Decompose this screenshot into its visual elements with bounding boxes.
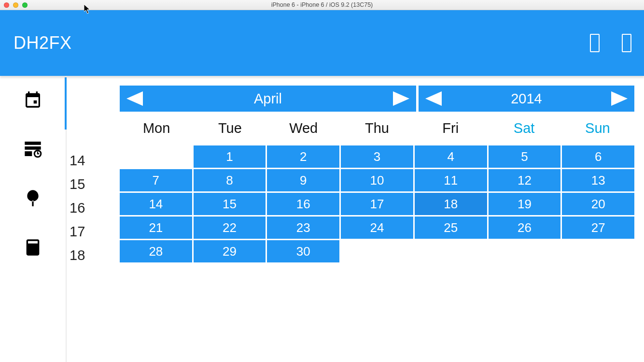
day-cell[interactable]: 26 bbox=[489, 217, 561, 239]
app-title: DH2FX bbox=[14, 33, 72, 53]
dow-header: Wed bbox=[267, 120, 340, 140]
day-cell[interactable]: 11 bbox=[415, 169, 487, 191]
sidebar-item-tree[interactable] bbox=[22, 187, 44, 209]
day-cell[interactable]: 13 bbox=[562, 169, 634, 191]
close-icon[interactable] bbox=[4, 2, 9, 8]
dow-header: Thu bbox=[340, 120, 414, 140]
day-cell[interactable]: 14 bbox=[120, 193, 192, 215]
window-title: iPhone 6 - iPhone 6 / iOS 9.2 (13C75) bbox=[0, 1, 644, 8]
dow-header: Tue bbox=[193, 120, 266, 140]
week-number: 17 bbox=[67, 220, 120, 243]
minimize-icon[interactable] bbox=[13, 2, 18, 8]
week-number: 16 bbox=[67, 197, 120, 219]
dow-header: Sat bbox=[487, 120, 560, 140]
day-empty bbox=[120, 145, 192, 168]
next-year-button[interactable] bbox=[611, 91, 628, 106]
day-cell[interactable]: 23 bbox=[267, 217, 339, 239]
day-cell[interactable]: 17 bbox=[341, 193, 413, 215]
dow-header: Mon bbox=[120, 120, 193, 140]
day-cell[interactable]: 30 bbox=[267, 240, 339, 262]
picker-row: April 2014 bbox=[120, 86, 634, 112]
day-empty bbox=[415, 240, 487, 262]
sidebar-item-calendar[interactable] bbox=[22, 88, 44, 111]
day-cell[interactable]: 5 bbox=[489, 145, 561, 168]
day-cell[interactable]: 3 bbox=[341, 145, 413, 168]
traffic-lights bbox=[0, 2, 28, 8]
calendar-main: April 2014 MonTueWedThuFriSatSun 1234567… bbox=[120, 86, 634, 362]
tree-icon bbox=[23, 188, 42, 208]
day-cell[interactable]: 25 bbox=[415, 217, 487, 239]
week-number: 18 bbox=[67, 244, 120, 266]
day-empty bbox=[341, 240, 413, 262]
week-number: 14 bbox=[67, 149, 120, 172]
day-cell[interactable]: 24 bbox=[341, 217, 413, 239]
header-action-1-icon[interactable] bbox=[590, 34, 600, 52]
day-empty bbox=[489, 240, 561, 262]
year-picker: 2014 bbox=[419, 86, 634, 112]
day-cell[interactable]: 20 bbox=[562, 193, 634, 215]
day-cell[interactable]: 16 bbox=[267, 193, 339, 215]
week-number: 15 bbox=[67, 173, 120, 195]
calculator-icon bbox=[23, 238, 42, 257]
day-cell[interactable]: 19 bbox=[489, 193, 561, 215]
month-label: April bbox=[143, 91, 393, 107]
svg-rect-3 bbox=[37, 153, 39, 154]
prev-year-button[interactable] bbox=[425, 91, 442, 106]
day-cell[interactable]: 4 bbox=[415, 145, 487, 168]
day-cell[interactable]: 10 bbox=[341, 169, 413, 191]
day-cell[interactable]: 15 bbox=[194, 193, 266, 215]
mac-titlebar: iPhone 6 - iPhone 6 / iOS 9.2 (13C75) bbox=[0, 0, 644, 10]
month-picker: April bbox=[120, 86, 416, 112]
day-cell[interactable]: 22 bbox=[194, 217, 266, 239]
calendar-panel: 1415161718 April 2014 MonTueWedThuFriSat… bbox=[67, 76, 644, 362]
sidebar bbox=[0, 76, 67, 362]
day-cell[interactable]: 7 bbox=[120, 169, 192, 191]
day-cell[interactable]: 8 bbox=[194, 169, 266, 191]
day-cell[interactable]: 18 bbox=[415, 193, 487, 215]
day-cell[interactable]: 2 bbox=[267, 145, 339, 168]
day-cell[interactable]: 12 bbox=[489, 169, 561, 191]
header-action-2-icon[interactable] bbox=[622, 34, 631, 52]
day-cell[interactable]: 29 bbox=[194, 240, 266, 262]
app-header: DH2FX bbox=[0, 10, 644, 76]
day-cell[interactable]: 21 bbox=[120, 217, 192, 239]
day-cell[interactable]: 1 bbox=[194, 145, 266, 168]
day-cell[interactable]: 9 bbox=[267, 169, 339, 191]
dow-header: Sun bbox=[561, 120, 634, 140]
maximize-icon[interactable] bbox=[22, 2, 28, 8]
year-label: 2014 bbox=[442, 91, 611, 107]
calendar-icon bbox=[23, 90, 42, 109]
day-of-week-row: MonTueWedThuFriSatSun bbox=[120, 120, 634, 140]
main-area: 1415161718 April 2014 MonTueWedThuFriSat… bbox=[0, 76, 644, 362]
day-cell[interactable]: 28 bbox=[120, 240, 192, 262]
day-cell[interactable]: 6 bbox=[562, 145, 634, 168]
day-empty bbox=[562, 240, 634, 262]
days-grid: 1234567891011121314151617181920212223242… bbox=[120, 145, 634, 262]
week-number-column: 1415161718 bbox=[67, 86, 120, 362]
next-month-button[interactable] bbox=[393, 91, 409, 106]
prev-month-button[interactable] bbox=[126, 91, 143, 106]
sidebar-item-schedule[interactable] bbox=[22, 138, 44, 160]
sidebar-item-calculator[interactable] bbox=[22, 236, 44, 259]
schedule-icon bbox=[23, 139, 42, 159]
header-actions bbox=[590, 34, 631, 52]
dow-header: Fri bbox=[414, 120, 487, 140]
day-cell[interactable]: 27 bbox=[562, 217, 634, 239]
